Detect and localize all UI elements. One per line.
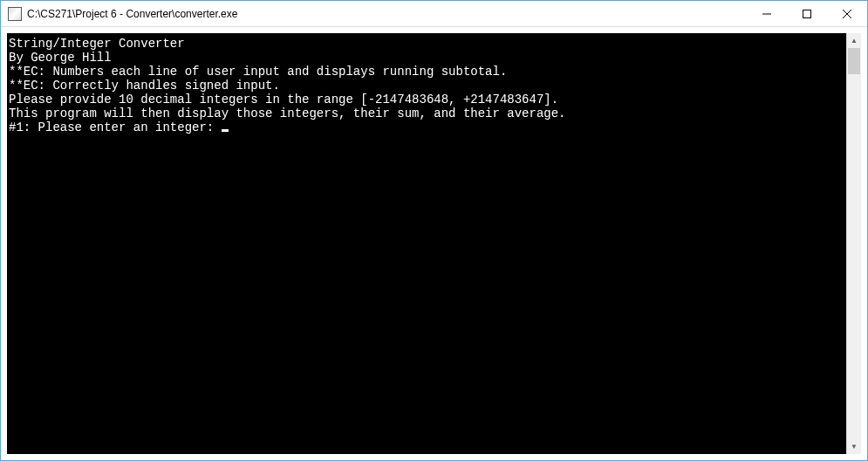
app-icon bbox=[8, 7, 22, 21]
scroll-up-arrow-icon[interactable]: ▲ bbox=[847, 33, 861, 48]
maximize-button[interactable] bbox=[787, 1, 827, 26]
window-controls bbox=[747, 1, 867, 26]
maximize-icon bbox=[803, 10, 811, 18]
console-line: By George Hill bbox=[9, 51, 844, 65]
client-area: String/Integer ConverterBy George Hill**… bbox=[1, 27, 867, 460]
console-line: **EC: Correctly handles signed input. bbox=[9, 79, 844, 93]
close-button[interactable] bbox=[827, 1, 867, 26]
scroll-thumb[interactable] bbox=[848, 48, 860, 74]
window-title: C:\CS271\Project 6 - Converter\converter… bbox=[27, 8, 747, 20]
console-line: #1: Please enter an integer: bbox=[9, 120, 844, 134]
minimize-icon bbox=[762, 10, 771, 18]
console-line: **EC: Numbers each line of user input an… bbox=[9, 65, 844, 79]
window-frame: C:\CS271\Project 6 - Converter\converter… bbox=[1, 1, 867, 460]
close-icon bbox=[843, 10, 851, 18]
console-output[interactable]: String/Integer ConverterBy George Hill**… bbox=[7, 33, 846, 454]
console-line: Please provide 10 decimal integers in th… bbox=[9, 93, 844, 107]
titlebar[interactable]: C:\CS271\Project 6 - Converter\converter… bbox=[1, 1, 867, 27]
console-line: String/Integer Converter bbox=[9, 37, 844, 51]
vertical-scrollbar[interactable]: ▲ ▼ bbox=[846, 33, 861, 454]
console-line: This program will then display those int… bbox=[9, 107, 844, 120]
scroll-down-arrow-icon[interactable]: ▼ bbox=[847, 439, 861, 454]
text-cursor bbox=[222, 129, 229, 132]
svg-rect-1 bbox=[803, 10, 811, 17]
minimize-button[interactable] bbox=[747, 1, 787, 26]
